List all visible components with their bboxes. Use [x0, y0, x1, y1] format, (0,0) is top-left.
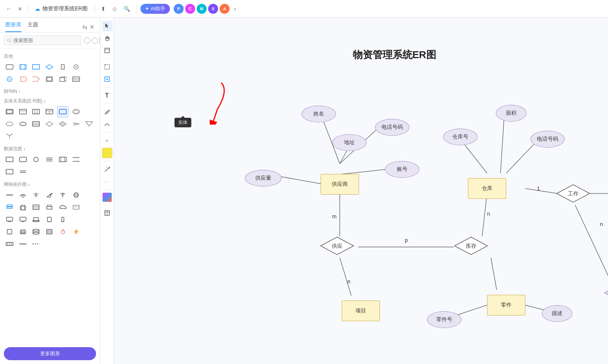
df-placeholder[interactable]	[83, 154, 95, 165]
shape-tool[interactable]	[102, 74, 112, 84]
relation-supply[interactable]: 供应	[320, 236, 354, 255]
tab-themes[interactable]: 主题	[28, 21, 38, 32]
net-printer[interactable]	[44, 202, 55, 213]
search-input[interactable]	[4, 36, 81, 45]
df-rounded[interactable]	[17, 154, 29, 165]
attr-part-no[interactable]: 零件号	[427, 311, 461, 328]
relation-leader[interactable]: 领导	[604, 283, 608, 302]
entity-supplier[interactable]: 供应商	[321, 174, 359, 195]
shape-cube[interactable]	[57, 73, 68, 85]
section-network[interactable]: 网络拓扑图 ›	[4, 179, 96, 189]
er-entity-cols[interactable]	[30, 106, 42, 117]
select-rect-tool[interactable]	[102, 62, 112, 72]
cursor-tool[interactable]	[102, 21, 112, 31]
relation-work[interactable]: 工作	[556, 184, 590, 203]
entity-warehouse[interactable]: 仓库	[468, 178, 506, 199]
filter-round[interactable]	[92, 37, 98, 44]
shape-placeholder-1[interactable]	[83, 61, 95, 73]
net-wrench[interactable]	[44, 189, 55, 201]
plugin-btn-3[interactable]: M	[197, 4, 207, 14]
er-entity-plain[interactable]	[57, 106, 68, 117]
net-tower[interactable]	[30, 189, 42, 201]
attr-supply-qty[interactable]: 供应量	[245, 170, 282, 187]
shape-chevron[interactable]	[30, 73, 42, 85]
df-lines[interactable]	[44, 154, 55, 165]
net-phone[interactable]	[57, 214, 68, 225]
df-rect[interactable]	[4, 154, 15, 165]
net-rack[interactable]	[44, 226, 55, 237]
net-laptop[interactable]	[30, 214, 42, 225]
palette-tool[interactable]	[103, 193, 112, 202]
tab-shapes[interactable]: 图形库	[5, 21, 21, 32]
net-ipad[interactable]	[4, 226, 15, 237]
pen-tool[interactable]	[102, 107, 112, 117]
net-print[interactable]	[17, 226, 29, 237]
attr-address[interactable]: 地址	[332, 134, 367, 151]
hand-tool[interactable]	[102, 33, 112, 44]
net-tablet[interactable]	[44, 214, 55, 225]
er-entity-header[interactable]	[17, 106, 29, 117]
net-building[interactable]	[17, 202, 29, 213]
net-placeholder4[interactable]	[83, 214, 95, 225]
shape-tall-rect[interactable]	[57, 61, 68, 73]
net-antenna[interactable]	[57, 189, 68, 201]
shape-h[interactable]: H	[4, 73, 15, 85]
panel-close-btn[interactable]: ✕	[90, 23, 95, 31]
attr-name[interactable]: 姓名	[302, 106, 336, 122]
back-button[interactable]: ←	[4, 4, 14, 13]
net-cloud[interactable]	[57, 202, 68, 213]
shape-placeholder-2[interactable]	[83, 73, 95, 85]
er-entity-3col[interactable]	[44, 106, 55, 117]
plugin-btn-4[interactable]: S	[208, 4, 218, 14]
er-crow[interactable]	[70, 118, 82, 130]
net-placeholder3[interactable]	[70, 214, 82, 225]
relation-inventory[interactable]: 库存	[454, 236, 488, 255]
shape-rect-blue[interactable]	[30, 61, 42, 73]
er-keyed-entity[interactable]	[30, 118, 42, 130]
net-switch[interactable]	[4, 238, 15, 250]
magic-tool[interactable]	[102, 164, 112, 175]
df-circle[interactable]	[30, 154, 42, 165]
more-tools[interactable]: ···	[102, 176, 112, 187]
df-process[interactable]	[57, 154, 68, 165]
plus-tool[interactable]: +	[102, 135, 112, 146]
menu-button[interactable]: ≡	[16, 4, 24, 13]
ai-assistant-button[interactable]: ✦ AI助手	[140, 4, 170, 14]
net-placeholder[interactable]	[83, 189, 95, 201]
entity-part[interactable]: 零件	[487, 295, 525, 315]
net-datacenter[interactable]	[30, 202, 42, 213]
shape-double-rect[interactable]	[44, 73, 55, 85]
net-hline[interactable]	[17, 238, 29, 250]
net-line[interactable]	[4, 189, 15, 201]
df-store[interactable]	[70, 154, 82, 165]
net-nas[interactable]	[70, 202, 82, 213]
section-dataflow[interactable]: 数据流图 ›	[4, 143, 96, 154]
canvas-area[interactable]: m n p n 1 n 物资管理系统ER图	[114, 18, 608, 364]
filter-circle[interactable]	[84, 37, 90, 44]
net-storage[interactable]	[30, 226, 42, 237]
attr-phone1[interactable]: 电话号码	[375, 119, 409, 136]
df-hlines[interactable]	[17, 166, 29, 177]
shape-process[interactable]	[17, 61, 29, 73]
shape-delay[interactable]	[17, 73, 29, 85]
section-other[interactable]: 其他	[4, 51, 96, 61]
collapse-button[interactable]: ‹	[232, 4, 238, 13]
plugin-btn-2[interactable]: C	[185, 4, 195, 14]
fit-tool[interactable]	[102, 45, 112, 56]
net-desktop[interactable]	[17, 214, 29, 225]
er-entity-double[interactable]	[4, 106, 15, 117]
text-tool[interactable]: T	[102, 90, 112, 101]
er-oval[interactable]	[4, 118, 15, 130]
er-weak-entity[interactable]	[70, 106, 82, 117]
shape-circle-x[interactable]	[70, 61, 82, 73]
er-placeholder[interactable]	[83, 106, 95, 117]
entity-item[interactable]: 项目	[342, 301, 380, 321]
net-wifi[interactable]	[17, 189, 29, 201]
er-arrow-down[interactable]	[83, 118, 95, 130]
attr-phone2[interactable]: 电话号码	[530, 131, 565, 148]
shape-diamond[interactable]	[44, 61, 55, 73]
tag-button[interactable]: ◇	[110, 4, 119, 13]
export-button[interactable]: ⬆	[99, 4, 108, 13]
er-diamond[interactable]	[44, 118, 55, 130]
net-fire[interactable]	[57, 226, 68, 237]
